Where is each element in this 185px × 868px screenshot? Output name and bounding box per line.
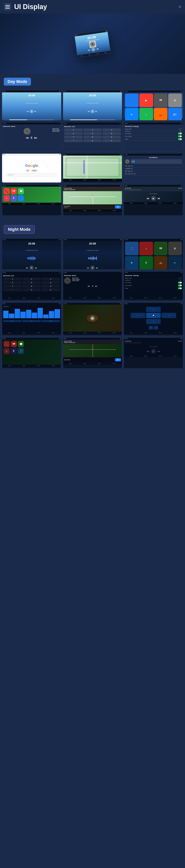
np-navi[interactable]: NAVI xyxy=(144,203,147,204)
nnum-8[interactable]: 8 xyxy=(22,285,41,288)
np-auto[interactable]: AUTO xyxy=(174,203,177,204)
toggle-power[interactable] xyxy=(178,138,182,140)
nbm-navi[interactable]: NAVI xyxy=(84,297,86,299)
nnum-7[interactable]: 7 xyxy=(3,285,22,288)
next-1[interactable]: ⏭ xyxy=(34,110,36,112)
nbc-auto[interactable]: AUTO xyxy=(52,298,55,299)
google-tab-all[interactable]: All xyxy=(25,169,30,172)
num-7[interactable]: 7 xyxy=(64,135,83,138)
nnav-dial[interactable]: DIAL xyxy=(69,363,72,364)
nbc-apts[interactable]: APTS xyxy=(37,298,40,299)
na-app-4[interactable]: ⚙ xyxy=(168,242,182,255)
play-2[interactable]: ⏸ xyxy=(90,110,95,113)
social-track-4[interactable]: 华年_没有_到了.mp3 xyxy=(125,173,182,175)
ios-app-msg[interactable]: 💬 xyxy=(18,188,24,194)
rd-dial[interactable]: DIAL xyxy=(130,332,133,333)
hero-play-btn[interactable]: ⏸ xyxy=(91,47,96,52)
na-app-6[interactable]: 🎙 xyxy=(139,256,153,270)
mp-navi[interactable]: NAVI xyxy=(84,179,86,180)
nbs-auto[interactable]: AUTO xyxy=(174,297,177,299)
nbm-auto[interactable]: AUTO xyxy=(113,297,116,299)
app-settings[interactable]: ⚙ xyxy=(168,94,182,107)
nbm-next[interactable]: ⏭ xyxy=(95,285,97,287)
arrow-center[interactable]: ● xyxy=(146,313,161,318)
vid-navi[interactable]: NAVI xyxy=(84,332,86,333)
eq-preset-3[interactable]: Treble xyxy=(41,320,60,322)
ios-app-phone[interactable]: 📞 xyxy=(4,188,10,194)
bt-next[interactable]: ⏭ xyxy=(34,136,37,140)
hero-dial[interactable]: DIAL xyxy=(81,55,83,57)
arrow-up[interactable]: ↑ xyxy=(146,307,161,312)
app-spotify[interactable]: ♪ xyxy=(139,108,153,121)
num-3[interactable]: 3 xyxy=(102,128,121,131)
nbc-navi[interactable]: NAVI xyxy=(23,298,25,299)
eq-auto[interactable]: AUTO xyxy=(52,332,55,333)
num-5[interactable]: 5 xyxy=(83,132,102,135)
nm-next-2[interactable]: ⏭ xyxy=(96,267,98,269)
np-next[interactable]: ⏭ xyxy=(158,197,160,200)
rd-apts[interactable]: APTS xyxy=(159,332,162,333)
np-apts[interactable]: APTS xyxy=(159,203,162,204)
nbs-toggle-power[interactable] xyxy=(178,287,182,289)
hero-next-btn[interactable]: ⏭ xyxy=(96,48,99,51)
hero-prev-btn[interactable]: ⏮ xyxy=(88,49,90,52)
nio-app-maps[interactable]: 🗺 xyxy=(11,341,17,347)
toggle-answer[interactable] xyxy=(178,132,182,134)
na-app-7[interactable]: 🚗 xyxy=(154,256,167,270)
nbs-dial[interactable]: DIAL xyxy=(130,297,133,299)
app-maps[interactable]: 🗺 xyxy=(154,94,167,107)
nnav-go-button[interactable]: GO xyxy=(115,358,121,362)
nbm-prev[interactable]: ⏮ xyxy=(88,285,90,287)
num-hash[interactable]: # xyxy=(102,139,121,142)
io-auto[interactable]: AUTO xyxy=(52,203,55,205)
zoom-out[interactable]: − xyxy=(154,326,158,330)
hamburger-icon[interactable]: ≡ xyxy=(179,4,181,9)
nnum-star[interactable]: * xyxy=(3,288,22,291)
nv-navi[interactable]: NAVI xyxy=(84,210,86,211)
nbs-toggle-answer[interactable] xyxy=(178,282,182,284)
nio-navi[interactable]: NAVI xyxy=(23,365,25,366)
mp-auto[interactable]: AUTO xyxy=(113,179,116,180)
hero-apts[interactable]: APTS xyxy=(96,53,99,55)
nbm-dial[interactable]: DIAL xyxy=(69,297,72,299)
na-app-5[interactable]: ✈ xyxy=(125,256,138,270)
np-prev[interactable]: ⏮ xyxy=(147,197,149,200)
eq-preset-2[interactable]: Flat xyxy=(22,320,41,322)
nv-auto[interactable]: AUTO xyxy=(113,210,116,211)
rd-navi[interactable]: NAVI xyxy=(144,332,147,333)
google-tab-maps[interactable]: Maps xyxy=(31,169,38,172)
num-6[interactable]: 6 xyxy=(102,132,121,135)
nnp-dial[interactable]: DIAL xyxy=(130,355,133,357)
nm-prev-1[interactable]: ⏮ xyxy=(26,267,28,269)
rd-auto[interactable]: AUTO xyxy=(174,332,177,333)
nnum-9[interactable]: 9 xyxy=(41,285,60,288)
eq-preset-1[interactable]: Bass xyxy=(3,320,22,322)
nnav-apts[interactable]: APTS xyxy=(98,363,101,364)
menu-icon[interactable] xyxy=(4,3,11,10)
nm-play-2[interactable]: ⏸ xyxy=(90,266,95,270)
nbs-navi[interactable]: NAVI xyxy=(144,297,147,299)
nv-apts[interactable]: APTS xyxy=(98,210,101,211)
na-app-3[interactable]: 🗺 xyxy=(154,242,167,255)
arrow-right[interactable]: → xyxy=(161,313,176,318)
num-9[interactable]: 9 xyxy=(102,135,121,138)
social-track-1[interactable]: 华年_没有.mp3 xyxy=(125,165,182,167)
np-play[interactable]: ▶ xyxy=(151,196,156,200)
io-dial[interactable]: DIAL xyxy=(8,203,11,205)
arrow-down[interactable]: ↓ xyxy=(146,319,161,324)
num-0[interactable]: 0 xyxy=(83,139,102,142)
vid-auto[interactable]: AUTO xyxy=(113,332,116,333)
play-1[interactable]: ⏸ xyxy=(30,110,33,113)
nnav-auto[interactable]: AUTO xyxy=(113,363,116,364)
mp-dial[interactable]: DIAL xyxy=(69,179,72,180)
nio-app-tunes[interactable]: 🎵 xyxy=(18,348,24,354)
eq-apts[interactable]: APTS xyxy=(37,332,40,333)
nm-play-1[interactable]: ⏸ xyxy=(29,266,34,270)
hero-navi[interactable]: NAVI xyxy=(88,54,91,56)
nnp-navi[interactable]: NAVI xyxy=(144,355,147,357)
eq-dial[interactable]: DIAL xyxy=(8,332,11,333)
ios-app-maps[interactable]: 🗺 xyxy=(11,188,17,194)
io-apts[interactable]: APTS xyxy=(37,203,40,205)
hero-auto[interactable]: AUTO xyxy=(104,52,107,53)
nio-dial[interactable]: DIAL xyxy=(8,365,11,366)
